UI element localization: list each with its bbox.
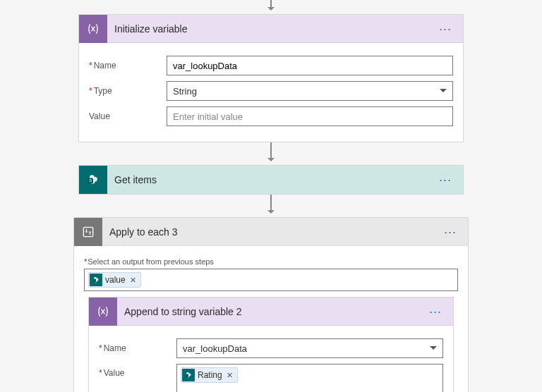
token-label: Rating (198, 370, 222, 380)
name-select[interactable]: var_lookupData (176, 338, 443, 358)
step-title: Append to string variable 2 (117, 306, 426, 317)
step-get-items: S Get items ··· (78, 165, 464, 195)
value-input[interactable]: Rating ✕ (176, 364, 443, 392)
name-select-value: var_lookupData (183, 343, 247, 354)
name-label: Name (89, 61, 167, 71)
token-remove-button[interactable]: ✕ (128, 276, 138, 285)
step-apply-to-each: Apply to each 3 ··· Select an output fro… (73, 217, 469, 392)
step-append-string-variable: Append to string variable 2 ··· Name var… (88, 297, 454, 392)
svg-rect-13 (186, 374, 189, 378)
token-label: value (105, 275, 126, 285)
sharepoint-icon (90, 274, 102, 286)
step-title: Initialize variable (107, 23, 436, 35)
sharepoint-icon (182, 369, 195, 381)
step-header[interactable]: S Get items ··· (79, 166, 463, 194)
flow-arrow (270, 142, 272, 165)
flow-arrow (270, 0, 272, 14)
name-input[interactable] (167, 56, 453, 75)
more-menu-button[interactable]: ··· (436, 23, 454, 35)
step-header[interactable]: Append to string variable 2 ··· (89, 298, 453, 326)
chevron-down-icon (430, 346, 437, 353)
token-remove-button[interactable]: ✕ (225, 371, 234, 380)
type-select[interactable]: String (167, 81, 453, 101)
step-header[interactable]: Initialize variable ··· (79, 15, 463, 43)
svg-rect-5 (83, 227, 92, 236)
step-title: Get items (107, 174, 436, 185)
step-initialize-variable: Initialize variable ··· Name Type String (78, 14, 464, 142)
svg-text:S: S (89, 178, 92, 183)
name-label: Name (99, 343, 176, 353)
select-output-label: Select an output from previous steps (84, 257, 458, 266)
variable-icon (79, 15, 107, 43)
chevron-down-icon (440, 89, 447, 96)
step-title: Apply to each 3 (102, 226, 441, 238)
dynamic-token-value[interactable]: value ✕ (88, 272, 141, 288)
sharepoint-icon: S (79, 166, 107, 194)
more-menu-button[interactable]: ··· (426, 305, 445, 318)
variable-icon (89, 298, 117, 326)
svg-rect-9 (93, 279, 97, 283)
dynamic-token-rating[interactable]: Rating ✕ (181, 367, 238, 383)
select-output-input[interactable]: value ✕ (84, 269, 458, 291)
type-select-value: String (173, 86, 197, 97)
loop-icon (74, 218, 102, 246)
step-header[interactable]: Apply to each 3 ··· (74, 218, 468, 246)
more-menu-button[interactable]: ··· (436, 173, 454, 186)
value-label: Value (99, 364, 176, 378)
type-label: Type (89, 86, 167, 96)
value-input[interactable] (167, 106, 453, 126)
more-menu-button[interactable]: ··· (441, 226, 459, 238)
value-label: Value (89, 111, 167, 121)
flow-arrow (270, 195, 272, 217)
